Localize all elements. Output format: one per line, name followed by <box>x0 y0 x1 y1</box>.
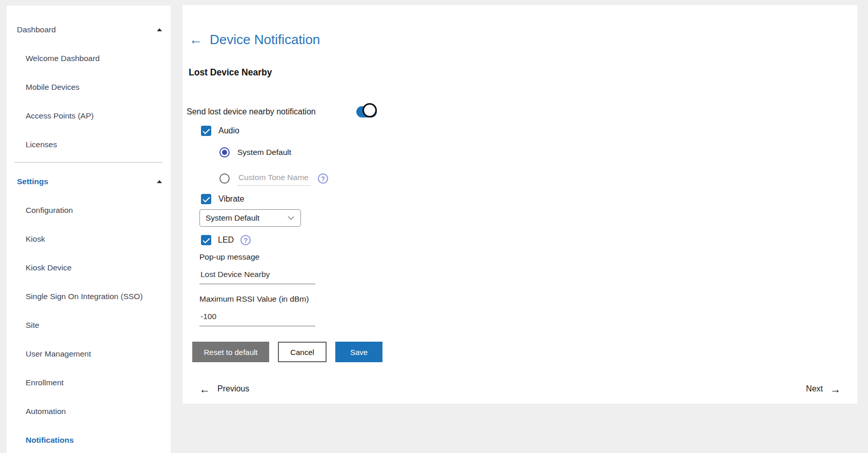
sidebar-section-label: Dashboard <box>17 25 56 34</box>
sidebar-item-automation[interactable]: Automation <box>7 397 171 426</box>
sidebar-item-kiosk[interactable]: Kiosk <box>7 225 171 253</box>
sidebar-item-kiosk-device[interactable]: Kiosk Device <box>7 253 171 282</box>
vibrate-row: Vibrate <box>201 193 244 205</box>
sidebar-item-notifications[interactable]: Notifications <box>7 426 171 453</box>
toggle-knob-icon <box>362 103 377 117</box>
cancel-button[interactable]: Cancel <box>278 342 327 362</box>
sidebar-item-label: Site <box>26 321 39 330</box>
vibrate-pattern-value: System Default <box>206 213 259 223</box>
device-notification-panel: ← Device Notification Lost Device Nearby… <box>183 5 857 404</box>
previous-link[interactable]: ← Previous <box>199 384 249 395</box>
system-default-radio-row: System Default <box>219 146 291 159</box>
sidebar-item-user-management[interactable]: User Management <box>7 340 171 368</box>
reset-to-default-button[interactable]: Reset to default <box>192 342 269 362</box>
custom-tone-radio-row: ? <box>219 170 328 187</box>
audio-label: Audio <box>218 126 239 135</box>
led-label: LED <box>218 235 234 245</box>
sidebar-item-label: Notifications <box>26 436 74 445</box>
section-heading: Lost Device Nearby <box>189 67 272 78</box>
vibrate-checkbox[interactable] <box>201 194 211 204</box>
audio-checkbox[interactable] <box>201 126 211 136</box>
sidebar-item-label: User Management <box>26 349 91 359</box>
sidebar-item-mobile-devices[interactable]: Mobile Devices <box>7 73 171 102</box>
sidebar-divider <box>14 162 163 163</box>
sidebar-item-label: Automation <box>26 407 66 416</box>
next-link[interactable]: Next → <box>806 384 841 395</box>
led-checkbox[interactable] <box>201 235 211 245</box>
popup-message-label: Pop-up message <box>199 252 259 262</box>
custom-tone-help-icon[interactable]: ? <box>318 173 328 184</box>
sidebar-item-label: Single Sign On Integration (SSO) <box>26 292 143 301</box>
send-notification-row: Send lost device nearby notification <box>187 103 392 121</box>
sidebar-item-label: Enrollment <box>26 378 64 387</box>
previous-label: Previous <box>217 384 249 393</box>
chevron-down-icon <box>288 213 294 220</box>
back-arrow-icon[interactable]: ← <box>189 31 203 48</box>
send-notification-label: Send lost device nearby notification <box>187 107 316 116</box>
sidebar-item-sso[interactable]: Single Sign On Integration (SSO) <box>7 282 171 311</box>
page-title: Device Notification <box>210 31 320 48</box>
sidebar-item-label: Mobile Devices <box>26 83 79 92</box>
system-default-label: System Default <box>237 148 291 157</box>
sidebar-item-access-points[interactable]: Access Points (AP) <box>7 102 171 130</box>
previous-arrow-icon: ← <box>199 384 210 395</box>
sidebar-item-site[interactable]: Site <box>7 311 171 340</box>
sidebar-item-configuration[interactable]: Configuration <box>7 196 171 225</box>
sidebar-item-label: Kiosk <box>26 234 45 244</box>
next-arrow-icon: → <box>830 384 841 395</box>
vibrate-pattern-select[interactable]: System Default <box>199 209 301 227</box>
next-label: Next <box>806 384 823 393</box>
pager: ← Previous Next → <box>199 382 841 396</box>
send-notification-toggle[interactable] <box>356 103 380 121</box>
sidebar-item-label: Configuration <box>26 206 73 215</box>
action-buttons-row: Reset to default Cancel Save <box>192 342 382 362</box>
sidebar-section-label: Settings <box>17 177 48 186</box>
sidebar-item-label: Welcome Dashboard <box>26 54 99 63</box>
caret-up-icon <box>157 28 162 31</box>
sidebar-item-welcome-dashboard[interactable]: Welcome Dashboard <box>7 44 171 73</box>
rssi-input[interactable] <box>199 310 315 326</box>
sidebar: Dashboard Welcome Dashboard Mobile Devic… <box>7 6 171 453</box>
page-title-row: ← Device Notification <box>189 31 320 48</box>
popup-message-input[interactable] <box>199 268 315 284</box>
sidebar-item-label: Access Points (AP) <box>26 111 94 121</box>
audio-row: Audio <box>201 125 239 137</box>
custom-tone-input[interactable] <box>237 172 310 186</box>
sidebar-item-enrollment[interactable]: Enrollment <box>7 368 171 397</box>
rssi-label: Maximum RSSI Value (in dBm) <box>199 294 309 304</box>
custom-tone-radio[interactable] <box>219 173 230 184</box>
sidebar-section-settings[interactable]: Settings <box>7 167 171 196</box>
sidebar-item-licenses[interactable]: Licenses <box>7 130 171 159</box>
sidebar-item-label: Kiosk Device <box>26 263 72 272</box>
caret-up-icon <box>157 180 162 183</box>
sidebar-item-label: Licenses <box>26 140 57 149</box>
sidebar-section-dashboard[interactable]: Dashboard <box>7 15 171 44</box>
led-row: LED ? <box>201 234 251 246</box>
led-help-icon[interactable]: ? <box>240 235 251 245</box>
vibrate-label: Vibrate <box>218 194 244 204</box>
save-button[interactable]: Save <box>335 342 382 362</box>
system-default-radio[interactable] <box>219 147 230 157</box>
